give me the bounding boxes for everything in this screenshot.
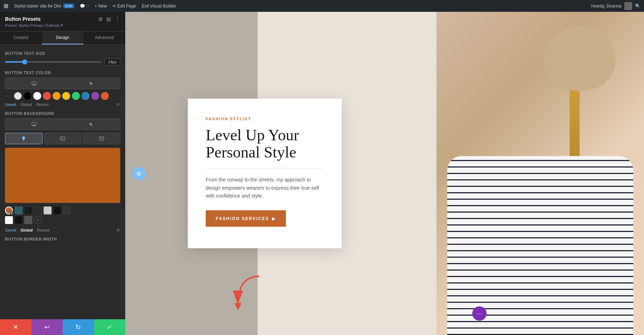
panel-content: Button Text Size 14px Button Text Color <box>0 45 125 319</box>
site-link[interactable]: Stylist starter site for Divi Live <box>14 4 74 9</box>
photo-inner <box>436 12 644 335</box>
color-swatches-row: ··· <box>5 92 120 100</box>
slider-thumb[interactable] <box>22 59 27 64</box>
recent-tab[interactable]: Recent <box>36 102 49 107</box>
card-headline: Level Up Your Personal Style <box>206 126 324 161</box>
fashion-photo <box>436 12 644 335</box>
bg-label: Button Background <box>5 111 120 116</box>
svg-rect-5 <box>33 126 36 126</box>
divi-icon: ✦ <box>136 170 142 177</box>
saved-tab[interactable]: Saved <box>5 102 16 107</box>
hero-card: FASHION STYLIST Level Up Your Personal S… <box>188 98 342 248</box>
text-size-value[interactable]: 14px <box>104 58 120 65</box>
text-color-cursor-tab[interactable] <box>63 78 120 89</box>
swatch-black[interactable] <box>24 92 31 100</box>
bg-gear-icon[interactable]: ⚙ <box>116 228 120 233</box>
svg-rect-3 <box>32 122 36 125</box>
swatch-black3[interactable] <box>15 216 23 224</box>
bg-recent-tab[interactable]: Recent <box>37 228 49 232</box>
wordpress-icon[interactable]: ⊞ <box>4 3 8 9</box>
swatch-tabs-row: Saved Global Recent ⚙ <box>5 102 120 107</box>
text-color-picker <box>5 78 120 89</box>
bg-saved-tab[interactable]: Saved <box>5 228 16 232</box>
card-eyebrow: FASHION STYLIST <box>206 116 324 121</box>
panel-more-icon[interactable]: ⋮ <box>114 15 120 22</box>
page-right-photo <box>436 12 644 335</box>
swatch-green[interactable] <box>72 92 80 100</box>
swatch-white[interactable] <box>33 92 41 100</box>
bg-swatches-row: ✎ <box>5 207 120 214</box>
redo-button[interactable]: ↻ <box>63 319 94 335</box>
swatch-dark-gray[interactable] <box>34 207 42 214</box>
exit-vb-link[interactable]: Exit Visual Builder <box>142 4 176 9</box>
live-badge: Live <box>63 4 74 8</box>
card-divider <box>206 168 324 169</box>
swatch-purple[interactable] <box>91 92 99 100</box>
swatch-transparent[interactable] <box>14 92 22 100</box>
bg-color-large[interactable] <box>5 148 120 203</box>
undo-button[interactable]: ↩ <box>31 319 63 335</box>
panel-title: Button Presets <box>5 16 41 22</box>
main-layout: Button Presets ⊞ ▤ ⋮ Preset: Stylist Pri… <box>0 12 644 335</box>
bg-swatch-tabs: Saved Global Recent ⚙ <box>5 228 120 233</box>
tab-design[interactable]: Design <box>42 31 84 44</box>
swatch-white2[interactable] <box>5 216 13 224</box>
swatch-charcoal[interactable] <box>63 207 71 214</box>
hat-shape <box>544 26 615 91</box>
swatch-black2[interactable] <box>24 207 32 214</box>
cancel-button[interactable]: ✕ <box>0 319 31 335</box>
more-options-button[interactable]: ··· <box>472 306 487 321</box>
svg-rect-4 <box>33 125 35 126</box>
text-size-slider-track[interactable] <box>5 61 101 63</box>
top-bar: ⊞ Stylist starter site for Divi Live 💬 0… <box>0 0 644 12</box>
text-color-label: Button Text Color <box>5 71 120 75</box>
desktop-icon <box>31 81 36 86</box>
svg-rect-2 <box>33 85 36 85</box>
bg-cursor-tab[interactable] <box>63 118 120 130</box>
swatch-red[interactable] <box>43 92 51 100</box>
swatch-light-gray[interactable] <box>44 207 52 214</box>
preset-dropdown-icon[interactable]: ▾ <box>61 23 63 28</box>
card-cta-button[interactable]: FASHION SERVICES ▶ <box>206 210 286 227</box>
swatch-coral[interactable] <box>101 92 109 100</box>
swatch-orange[interactable] <box>53 92 60 100</box>
swatch-dots[interactable]: ··· <box>5 93 11 99</box>
swatch-gear-icon[interactable]: ⚙ <box>116 102 120 107</box>
panel-tabs: Content Design Advanced <box>0 31 125 45</box>
swatch-teal[interactable] <box>15 207 23 214</box>
bg-desktop-tab[interactable] <box>5 118 63 130</box>
new-link[interactable]: + New <box>94 4 107 9</box>
bg-color-picker <box>5 118 120 130</box>
active-color-swatch[interactable]: ✎ <box>5 207 13 214</box>
panel-header: Button Presets ⊞ ▤ ⋮ Preset: Stylist Pri… <box>0 12 125 31</box>
bg-image-icon[interactable] <box>44 133 82 144</box>
panel-settings-icon[interactable]: ⊞ <box>98 16 103 22</box>
bg-pattern-icon[interactable] <box>83 133 120 144</box>
edit-page-link[interactable]: ✏ Edit Page <box>113 4 136 9</box>
search-icon[interactable]: 🔍 <box>635 4 640 9</box>
user-avatar <box>624 2 632 10</box>
swatch-mid[interactable] <box>24 216 32 224</box>
preset-name: Preset: Stylist Primary Outlined <box>5 23 59 28</box>
bg-fill-icon[interactable] <box>5 133 43 144</box>
bg-global-tab[interactable]: Global <box>20 228 33 232</box>
add-swatch-btn[interactable]: + <box>34 216 42 224</box>
global-tab[interactable]: Global <box>20 102 32 107</box>
bg-type-icons <box>5 133 120 144</box>
tab-content[interactable]: Content <box>0 31 42 44</box>
plus-icon: + <box>36 217 39 223</box>
swatch-yellow[interactable] <box>62 92 70 100</box>
panel-layout-icon[interactable]: ▤ <box>106 16 111 22</box>
divi-fab[interactable]: ✦ <box>132 167 145 180</box>
save-button[interactable]: ✓ <box>94 319 126 335</box>
border-width-label: Button Border Width <box>5 237 120 241</box>
svg-rect-0 <box>32 82 36 84</box>
panel-subtitle: Preset: Stylist Primary Outlined ▾ <box>5 23 120 28</box>
sep1: 💬 0 <box>80 4 89 9</box>
text-size-label: Button Text Size <box>5 51 120 55</box>
tab-advanced[interactable]: Advanced <box>83 31 125 44</box>
swatch-blue[interactable] <box>82 92 89 100</box>
text-size-slider-row: 14px <box>5 58 120 65</box>
text-color-desktop-tab[interactable] <box>5 78 63 89</box>
swatch-near-black[interactable] <box>53 207 61 214</box>
